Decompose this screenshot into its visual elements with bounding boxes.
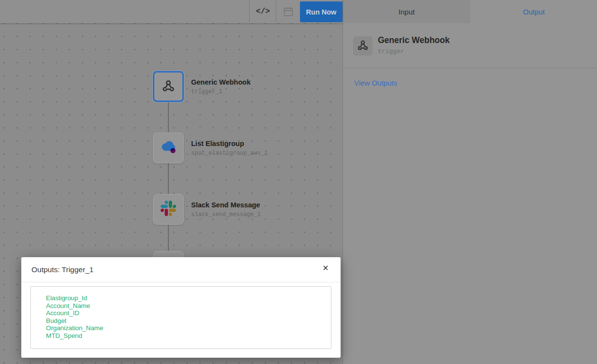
output-link[interactable]: Elastigroup_Id [46, 294, 87, 302]
node-title: Generic Webhook [191, 78, 251, 87]
tab-output[interactable]: Output [470, 0, 597, 23]
tab-input[interactable]: Input [343, 0, 470, 23]
outputs-modal: Outputs: Trigger_1 ✕ Elastigroup_Id Acco… [21, 257, 341, 358]
view-outputs-link[interactable]: View Outputs [354, 79, 397, 87]
outputs-list-box: Elastigroup_Id Account_Name Account_ID B… [30, 286, 331, 349]
node-label-list-elastigroup: List Elastigroup spot_elastigroup_aws_1 [191, 139, 268, 157]
node-subtitle: slack_send_message_1 [191, 211, 261, 218]
modal-header: Outputs: Trigger_1 ✕ [21, 257, 341, 282]
toolbar: </> Run Now [0, 0, 343, 23]
code-view-icon[interactable]: </> [250, 0, 276, 23]
details-panel: Input Output Generic Webhook trigger [343, 0, 597, 364]
panel-node-subtitle: trigger [378, 48, 404, 55]
node-generic-webhook[interactable] [153, 71, 184, 102]
node-title: Slack Send Message [191, 201, 261, 210]
panel-tabs: Input Output [343, 0, 597, 23]
close-icon[interactable]: ✕ [320, 263, 331, 274]
node-subtitle: trigger_1 [191, 88, 251, 96]
connector-line [168, 225, 169, 251]
schedule-calendar-icon[interactable] [276, 0, 300, 23]
output-link[interactable]: Budget [46, 317, 66, 325]
run-now-button[interactable]: Run Now [300, 1, 343, 22]
webhook-icon [357, 39, 369, 53]
output-link[interactable]: Organization_Name [46, 324, 103, 332]
output-link[interactable]: MTD_Spend [46, 332, 82, 340]
node-subtitle: spot_elastigroup_aws_1 [191, 149, 268, 157]
workflow-editor-app: </> Run Now [0, 0, 597, 364]
spot-cloud-icon [159, 139, 178, 157]
panel-icon-tile [353, 36, 373, 56]
node-label-slack-send-message: Slack Send Message slack_send_message_1 [191, 201, 261, 218]
node-slack-send-message[interactable] [153, 194, 184, 225]
webhook-icon [161, 78, 176, 95]
node-title: List Elastigroup [191, 139, 268, 148]
modal-title: Outputs: Trigger_1 [31, 265, 93, 274]
slack-icon [161, 201, 176, 218]
connector-line [168, 163, 169, 194]
output-link[interactable]: Account_ID [46, 309, 79, 317]
node-label-generic-webhook: Generic Webhook trigger_1 [191, 78, 251, 96]
node-list-elastigroup[interactable] [153, 132, 184, 163]
panel-divider [343, 68, 597, 68]
panel-node-title: Generic Webhook [378, 35, 449, 45]
output-link[interactable]: Account_Name [46, 302, 90, 310]
panel-header: Generic Webhook trigger [343, 23, 597, 68]
connector-line [168, 102, 169, 132]
